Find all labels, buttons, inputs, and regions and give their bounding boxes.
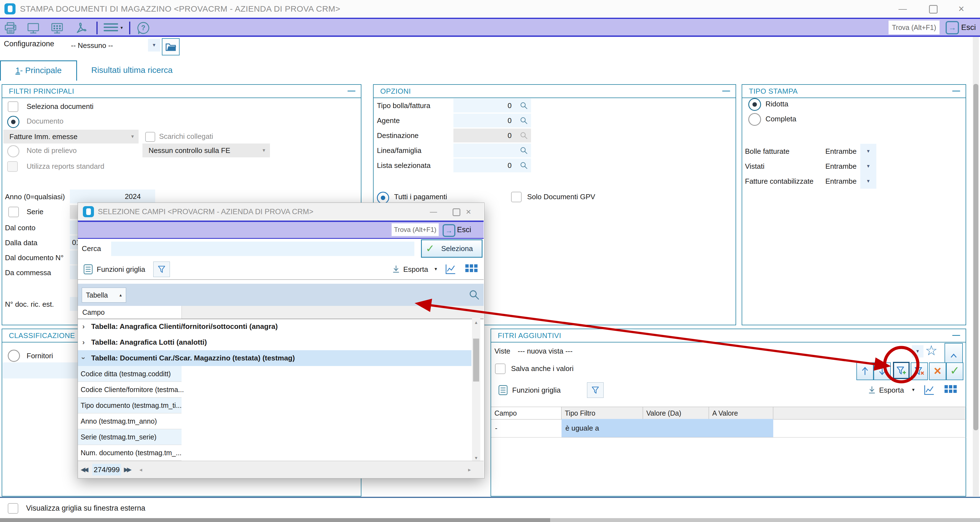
- search-icon[interactable]: [519, 161, 528, 170]
- agente-input[interactable]: 0: [453, 114, 531, 127]
- scroll-up-icon[interactable]: ▲: [472, 319, 480, 326]
- minimize-button[interactable]: —: [430, 203, 437, 221]
- collapse-icon[interactable]: —: [722, 85, 730, 97]
- esci-button[interactable]: Esci: [457, 222, 471, 238]
- expand-icon[interactable]: ›: [82, 319, 85, 335]
- filter-table-row[interactable]: - è uguale a: [491, 419, 966, 438]
- chart-icon[interactable]: [444, 263, 457, 275]
- minimize-button[interactable]: —: [899, 0, 907, 18]
- col-campo[interactable]: Campo: [491, 407, 562, 419]
- print-icon[interactable]: [4, 22, 17, 35]
- completa-radio[interactable]: [748, 113, 761, 126]
- table-group-row[interactable]: › Tabella: Anagrafica Clienti/fornitori/…: [78, 319, 471, 335]
- add-filter-button[interactable]: [893, 362, 910, 379]
- cell-tipo-filtro[interactable]: è uguale a: [562, 419, 773, 437]
- window-scrollbar[interactable]: [973, 37, 979, 496]
- first-page-icon[interactable]: ◀◀: [81, 461, 87, 478]
- search-icon[interactable]: [519, 101, 528, 110]
- confirm-button[interactable]: ✓: [946, 362, 963, 380]
- scroll-left-icon[interactable]: ◂: [139, 461, 142, 478]
- documento-radio[interactable]: [7, 116, 19, 128]
- maximize-button[interactable]: [453, 208, 460, 216]
- table-group-row[interactable]: › Tabella: Anagrafica Lotti (analotti): [78, 335, 471, 350]
- field-row[interactable]: Codice Cliente/fornitore (testma...: [78, 382, 471, 398]
- bolle-fatturate-select[interactable]: ▼: [860, 144, 877, 159]
- esporta-button[interactable]: Esporta: [879, 385, 904, 396]
- column-campo[interactable]: Campo: [78, 306, 182, 319]
- field-row[interactable]: Serie (testmag.tm_serie): [78, 429, 471, 445]
- cell-campo[interactable]: -: [495, 419, 498, 437]
- solo-documenti-gpv-checkbox[interactable]: [511, 192, 522, 202]
- fatture-contabilizzate-select[interactable]: ▼: [860, 174, 877, 189]
- esporta-button[interactable]: Esporta: [403, 263, 428, 276]
- collapse-icon[interactable]: ›: [76, 357, 91, 359]
- close-button[interactable]: ×: [958, 0, 964, 18]
- scrollbar-thumb[interactable]: [473, 339, 479, 382]
- open-configuration-button[interactable]: [162, 38, 180, 56]
- help-icon[interactable]: [136, 21, 150, 35]
- grid-functions-icon[interactable]: [497, 384, 509, 396]
- search-icon[interactable]: [519, 116, 528, 125]
- ridotta-radio[interactable]: [748, 98, 761, 111]
- chevron-down-icon[interactable]: ▼: [148, 39, 160, 52]
- export-icon[interactable]: [391, 264, 401, 274]
- move-down-button[interactable]: [873, 362, 891, 380]
- group-by-chip[interactable]: Tabella ▲: [82, 287, 126, 303]
- grid-preview-icon[interactable]: [51, 22, 64, 35]
- configurazione-select[interactable]: -- Nessuno -- ▼: [69, 39, 160, 52]
- destinazione-input[interactable]: 0: [453, 129, 531, 143]
- chart-icon[interactable]: [923, 384, 935, 396]
- expand-icon[interactable]: ›: [82, 335, 85, 350]
- grid-functions-icon[interactable]: [82, 263, 94, 275]
- tab-principale[interactable]: 1- Principale: [0, 60, 77, 81]
- filter-grid-button[interactable]: [153, 262, 170, 277]
- preview-monitor-icon[interactable]: [27, 22, 40, 35]
- cerca-input[interactable]: [111, 241, 414, 256]
- tutti-i-pagamenti-radio[interactable]: [377, 192, 389, 204]
- table-group-row-selected[interactable]: › Tabella: Documenti Car./Scar. Magazzin…: [78, 350, 471, 366]
- menu-hamburger-icon[interactable]: ▼: [103, 23, 123, 33]
- field-row[interactable]: Anno (testmag.tm_anno): [78, 413, 471, 429]
- scrollbar-thumb[interactable]: [974, 84, 978, 430]
- utilizza-reports-checkbox[interactable]: [7, 161, 18, 172]
- serie-checkbox[interactable]: [8, 207, 19, 217]
- search-icon[interactable]: [519, 146, 528, 155]
- pdf-icon[interactable]: [74, 22, 88, 35]
- vistati-select[interactable]: ▼: [860, 159, 877, 174]
- move-up-button[interactable]: [856, 362, 873, 380]
- field-row[interactable]: Tipo documento (testmag.tm_ti...: [78, 398, 471, 413]
- col-a-valore[interactable]: A Valore: [709, 407, 773, 419]
- controllo-fe-select[interactable]: Nessun controllo sulla FE▼: [142, 144, 270, 157]
- scarichi-collegati-checkbox[interactable]: [145, 132, 155, 142]
- export-icon[interactable]: [867, 385, 877, 395]
- esci-button[interactable]: Esci: [961, 19, 976, 36]
- tipo-bolla-input[interactable]: 0: [453, 98, 531, 113]
- remove-filter-button[interactable]: [911, 362, 928, 380]
- visualizza-griglia-checkbox[interactable]: [8, 503, 18, 514]
- linea-famiglia-input[interactable]: [453, 144, 531, 157]
- note-di-prelievo-radio[interactable]: [7, 145, 19, 157]
- collapse-icon[interactable]: —: [952, 85, 960, 97]
- trova-search-field[interactable]: Trova (Alt+F1): [889, 21, 940, 34]
- grid-view-icon[interactable]: [465, 264, 477, 272]
- tipo-documento-select[interactable]: Fatture Imm. emesse▼: [3, 130, 138, 144]
- search-icon[interactable]: [468, 289, 480, 301]
- list-scrollbar[interactable]: ▲ ▼: [472, 319, 480, 461]
- favorite-star-icon[interactable]: ☆: [925, 344, 938, 357]
- trova-search-field[interactable]: Trova (Alt+F1): [391, 223, 439, 236]
- anno-input[interactable]: 2024: [70, 189, 155, 203]
- collapse-icon[interactable]: —: [952, 329, 960, 341]
- seleziona-button[interactable]: ✓ Seleziona: [421, 240, 482, 258]
- field-row[interactable]: Codice ditta (testmag.codditt): [78, 366, 471, 382]
- col-tipo-filtro[interactable]: Tipo Filtro: [562, 407, 643, 419]
- tab-risultati-ultima-ricerca[interactable]: Risultati ultima ricerca: [89, 60, 175, 80]
- seleziona-documenti-checkbox[interactable]: [8, 102, 18, 112]
- close-button[interactable]: ×: [466, 203, 471, 221]
- col-valore-da[interactable]: Valore (Da): [643, 407, 709, 419]
- filter-grid-button[interactable]: [587, 382, 604, 398]
- collapse-icon[interactable]: —: [348, 85, 355, 97]
- grid-view-icon[interactable]: [945, 385, 957, 393]
- field-row[interactable]: Num. documento (testmag.tm_...: [78, 445, 471, 461]
- cancel-button[interactable]: ×: [929, 362, 946, 380]
- scroll-right-icon[interactable]: ▸: [468, 461, 471, 478]
